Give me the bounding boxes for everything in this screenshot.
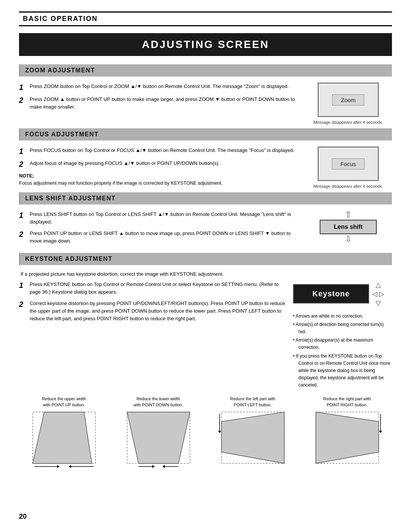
focus-section: FOCUS ADJUSTMENT 1 Press FOCUS button on…	[19, 128, 392, 189]
keystone-diagram-lower: Reduce the lower widthwith POINT DOWN bu…	[113, 396, 203, 469]
zoom-display-box: Zoom	[318, 83, 379, 117]
page-number: 20	[19, 513, 27, 521]
keystone-bullet-3: • Arrow(s) disappear(s) at the maximum c…	[293, 337, 392, 351]
lens-shift-content: 1 Press LENS SHIFT button on Top Control…	[19, 211, 392, 249]
keystone-display-row: Keystone △ ◁ ▷ ▽	[293, 281, 392, 307]
svg-marker-19	[379, 431, 382, 433]
lens-shift-section: LENS SHIFT ADJUSTMENT 1 Press LENS SHIFT…	[19, 192, 392, 249]
lens-shift-step-1-number: 1	[19, 211, 30, 226]
keystone-steps: 1 Press KEYSTONE button on Top Control o…	[19, 281, 285, 327]
svg-marker-17	[316, 412, 379, 463]
zoom-steps: 1 Press ZOOM button on Top Control or ZO…	[19, 83, 304, 115]
keystone-diagram-upper: Reduce the upper widthwith POINT UP butt…	[19, 396, 109, 469]
zoom-title: ZOOM ADJUSTMENT	[25, 67, 95, 73]
focus-step-2-number: 2	[19, 160, 30, 169]
keystone-diagram-right-label: Reduce the right part withPOINT RIGHT bu…	[323, 396, 371, 408]
keystone-diagram-upper-svg	[29, 410, 99, 469]
lens-shift-step-1-text: Press LENS SHIFT button on Top Control o…	[30, 211, 301, 226]
svg-marker-13	[221, 412, 284, 463]
keystone-lr-arrows: ◁ ▷	[372, 290, 384, 298]
focus-step-1-text: Press FOCUS button on Top Control or FOC…	[30, 147, 301, 156]
focus-note: NOTE; Focus adjustment may not function …	[19, 173, 301, 187]
zoom-section: ZOOM ADJUSTMENT 1 Press ZOOM button on T…	[19, 64, 392, 125]
zoom-aside: Zoom Message disappears after 4 seconds.	[304, 83, 392, 125]
keystone-step-2-text: Correct keystone distortion by pressing …	[30, 300, 285, 323]
zoom-display-label: Zoom	[332, 94, 364, 105]
keystone-bullets: • Arrows are white in no correction. • A…	[293, 313, 392, 389]
keystone-diagram-left-label: Reduce the left part withPOINT LEFT butt…	[230, 396, 276, 408]
focus-steps: 1 Press FOCUS button on Top Control or F…	[19, 147, 304, 189]
focus-step-1: 1 Press FOCUS button on Top Control or F…	[19, 147, 301, 156]
keystone-content: 1 Press KEYSTONE button on Top Control o…	[19, 281, 392, 390]
lens-shift-step-2-text: Press POINT UP button or LENS SHIFT ▲ bu…	[30, 230, 301, 245]
svg-marker-11	[162, 465, 165, 468]
svg-marker-3	[57, 465, 59, 468]
svg-marker-15	[218, 431, 221, 433]
keystone-diagram-right: Reduce the right part withPOINT RIGHT bu…	[302, 396, 392, 469]
zoom-step-1-text: Press ZOOM button on Top Control or ZOOM…	[30, 83, 301, 92]
keystone-aside: Keystone △ ◁ ▷ ▽ • Arrows are white in n…	[293, 281, 392, 390]
keystone-diagram-lower-label: Reduce the lower widthwith POINT DOWN bu…	[134, 396, 183, 408]
keystone-bullet-1: • Arrows are white in no correction.	[293, 313, 392, 320]
keystone-up-arrow-icon: △	[376, 281, 381, 289]
keystone-down-arrow-icon: ▽	[376, 299, 381, 307]
keystone-title: KEYSTONE ADJUSTMENT	[25, 256, 112, 262]
lens-shift-step-1: 1 Press LENS SHIFT button on Top Control…	[19, 211, 301, 226]
focus-message-disappears: Message disappears after 4 seconds.	[314, 184, 383, 189]
main-title-bar: ADJUSTING SCREEN	[19, 33, 392, 56]
keystone-section: KEYSTONE ADJUSTMENT If a projected pictu…	[19, 253, 392, 470]
main-title: ADJUSTING SCREEN	[23, 38, 388, 51]
lens-shift-display: ⇧ Lens shift ⇩	[320, 211, 377, 243]
keystone-step-2-number: 2	[19, 300, 30, 323]
keystone-step-2: 2 Correct keystone distortion by pressin…	[19, 300, 285, 323]
lens-shift-down-arrow-icon: ⇩	[345, 235, 352, 243]
lens-shift-up-arrow-icon: ⇧	[345, 211, 352, 219]
keystone-diagram-right-svg	[312, 410, 382, 469]
keystone-diagrams: Reduce the upper widthwith POINT UP butt…	[19, 396, 392, 469]
keystone-display-label: Keystone	[312, 289, 350, 298]
lens-shift-section-header: LENS SHIFT ADJUSTMENT	[19, 192, 392, 204]
focus-step-2: 2 Adjust focus of image by pressing FOCU…	[19, 160, 301, 169]
zoom-step-2-number: 2	[19, 96, 30, 111]
focus-aside: Focus Message disappears after 4 seconds…	[304, 147, 392, 189]
keystone-arrow-cluster: △ ◁ ▷ ▽	[372, 281, 384, 307]
lens-shift-aside: ⇧ Lens shift ⇩	[304, 211, 392, 243]
zoom-step-1: 1 Press ZOOM button on Top Control or ZO…	[19, 83, 301, 92]
keystone-step-1-text: Press KEYSTONE button on Top Control or …	[30, 281, 285, 296]
zoom-message-disappears: Message disappears after 4 seconds.	[314, 120, 383, 125]
focus-note-label: NOTE;	[19, 173, 34, 179]
zoom-step-1-number: 1	[19, 83, 30, 92]
keystone-bullet-4: • If you press the KEYSTONE button on To…	[293, 353, 392, 389]
svg-marker-5	[69, 465, 71, 468]
lens-shift-display-label: Lens shift	[320, 220, 377, 234]
zoom-step-2: 2 Press ZOOM ▲ button or POINT UP button…	[19, 96, 301, 111]
focus-step-2-text: Adjust focus of image by pressing FOCUS …	[30, 160, 301, 169]
keystone-diagram-upper-label: Reduce the upper widthwith POINT UP butt…	[42, 396, 86, 408]
svg-marker-9	[152, 465, 155, 468]
zoom-step-2-text: Press ZOOM ▲ button or POINT UP button t…	[30, 96, 301, 111]
keystone-diagram-lower-svg	[123, 410, 194, 469]
lens-shift-step-2-number: 2	[19, 230, 30, 245]
keystone-bullet-2: • Arrow(s) of direction being corrected …	[293, 321, 392, 335]
keystone-intro: If a projected picture has keystone dist…	[21, 271, 392, 277]
keystone-right-arrow-icon: ▷	[379, 290, 384, 298]
keystone-section-header: KEYSTONE ADJUSTMENT	[19, 253, 392, 265]
keystone-step-1-number: 1	[19, 281, 30, 296]
keystone-diagram-left: Reduce the left part withPOINT LEFT butt…	[208, 396, 298, 469]
basic-operation-label: BASIC OPERATION	[23, 15, 98, 22]
zoom-section-header: ZOOM ADJUSTMENT	[19, 64, 392, 77]
page-container: BASIC OPERATION ADJUSTING SCREEN ZOOM AD…	[0, 0, 411, 532]
lens-shift-steps: 1 Press LENS SHIFT button on Top Control…	[19, 211, 304, 249]
svg-marker-1	[33, 412, 92, 463]
focus-content: 1 Press FOCUS button on Top Control or F…	[19, 147, 392, 189]
svg-marker-7	[127, 412, 190, 463]
lens-shift-title: LENS SHIFT ADJUSTMENT	[25, 195, 116, 201]
lens-shift-step-2: 2 Press POINT UP button or LENS SHIFT ▲ …	[19, 230, 301, 245]
focus-note-text: Focus adjustment may not function proper…	[19, 181, 223, 186]
focus-title: FOCUS ADJUSTMENT	[25, 131, 99, 137]
focus-section-header: FOCUS ADJUSTMENT	[19, 128, 392, 141]
focus-display-box: Focus	[318, 147, 379, 181]
keystone-left-arrow-icon: ◁	[372, 290, 378, 298]
keystone-diagram-left-svg	[218, 410, 288, 469]
focus-display-label: Focus	[332, 158, 365, 169]
